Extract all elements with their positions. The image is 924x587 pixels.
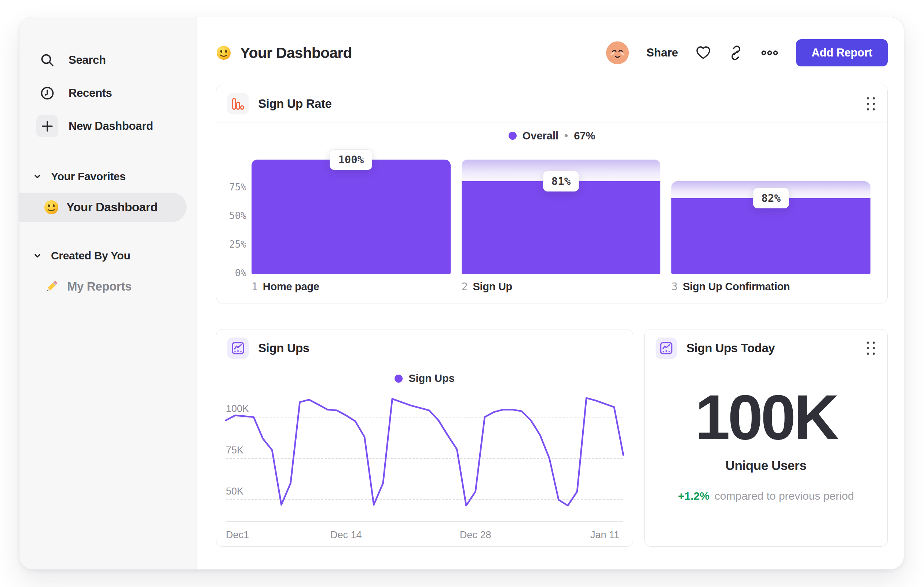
funnel-step-name: Home page	[263, 281, 319, 293]
sign-up-rate-card: Sign Up Rate Overall • 67% 75%50%25%0% 1…	[216, 85, 888, 303]
sidebar-item-label: New Dashboard	[69, 120, 153, 133]
sidebar-item-your-dashboard[interactable]: Your Dashboard	[20, 193, 186, 222]
card-title: Sign Up Rate	[258, 97, 332, 111]
funnel-y-tick: 75%	[229, 182, 246, 193]
slightly-smiling-face-emoji-icon	[44, 200, 59, 215]
search-icon	[36, 49, 58, 71]
funnel-bar-fill	[672, 198, 870, 274]
funnel-bar-tooltip: 81%	[543, 171, 579, 192]
sidebar-item-new-dashboard[interactable]: New Dashboard	[20, 110, 196, 143]
funnel-step-label: 1Home page	[252, 281, 450, 293]
funnel-bar-tooltip: 100%	[330, 149, 372, 170]
section-title: Created By You	[51, 250, 130, 262]
funnel-bar-fill	[462, 181, 661, 274]
metric-label: Unique Users	[726, 458, 807, 473]
funnel-y-tick: 50%	[229, 210, 246, 221]
delta-value: +1.2%	[678, 490, 710, 502]
metric-value: 100K	[695, 385, 837, 449]
funnel-bar-tooltip: 82%	[753, 188, 789, 208]
dashboard-header: Your Dashboard Share	[216, 37, 888, 69]
line-chart-icon	[227, 337, 249, 359]
line-chart-icon	[656, 337, 677, 359]
funnel-bar-fill	[252, 160, 450, 274]
sidebar-section-created-by-you: Created By You My Reports	[20, 245, 196, 301]
chevron-down-icon	[33, 252, 41, 260]
funnel-step-label: 3Sign Up Confirmation	[672, 281, 870, 293]
funnel-legend: Overall • 67%	[216, 123, 887, 149]
chevron-down-icon	[33, 172, 41, 180]
funnel-step-name: Sign Up	[473, 281, 512, 293]
line-x-tick: Jan 11	[590, 529, 619, 541]
sidebar: Search Recents New Dashboard Your Favori…	[20, 17, 196, 569]
funnel-bar-sign-up[interactable]: 81%	[462, 160, 661, 274]
copy-link-icon[interactable]	[729, 45, 743, 60]
app-window: Search Recents New Dashboard Your Favori…	[19, 17, 904, 570]
user-avatar[interactable]	[606, 41, 629, 64]
sidebar-item-search[interactable]: Search	[20, 44, 196, 77]
section-title: Your Favorites	[51, 170, 126, 183]
funnel-chart: 75%50%25%0% 100%81%82%	[216, 149, 887, 274]
funnel-chart-icon	[227, 93, 249, 114]
slightly-smiling-face-emoji-icon	[216, 45, 231, 61]
sidebar-item-label: My Reports	[67, 279, 132, 293]
funnel-bars: 100%81%82%	[252, 160, 870, 274]
favorite-heart-icon[interactable]	[696, 45, 711, 60]
funnel-bar-home-page[interactable]: 100%	[252, 160, 450, 274]
drag-handle-icon[interactable]	[867, 97, 875, 111]
page-title: Your Dashboard	[240, 45, 352, 62]
delta-note: compared to previous period	[714, 490, 854, 502]
legend-dot	[508, 132, 516, 140]
line-plot-area[interactable]: 100K75K50K	[226, 392, 623, 521]
sign-ups-series-line	[226, 398, 623, 506]
legend-value: 67%	[574, 130, 595, 142]
funnel-step-number: 1	[252, 281, 258, 293]
sign-ups-card: Sign Ups Sign Ups 100K75K50K Dec1Dec 14D…	[216, 329, 633, 547]
line-x-tick: Dec 28	[460, 529, 491, 541]
funnel-y-tick: 25%	[229, 239, 246, 250]
created-by-you-header[interactable]: Created By You	[20, 245, 196, 267]
legend-label: Overall	[523, 130, 558, 142]
pencil-emoji-icon	[44, 278, 60, 294]
sidebar-item-recents[interactable]: Recents	[20, 77, 196, 110]
line-legend: Sign Ups	[216, 367, 633, 390]
clock-icon	[36, 82, 58, 104]
funnel-step-name: Sign Up Confirmation	[683, 281, 790, 293]
metric-body: 100K Unique Users +1.2% compared to prev…	[645, 367, 887, 546]
funnel-x-labels: 1Home page2Sign Up3Sign Up Confirmation	[216, 274, 887, 303]
add-report-button[interactable]: Add Report	[796, 39, 888, 66]
line-chart: 100K75K50K Dec1Dec 14Dec 28Jan 11	[216, 390, 633, 546]
legend-separator: •	[564, 130, 568, 142]
your-favorites-header[interactable]: Your Favorites	[20, 165, 196, 187]
line-x-tick: Dec1	[226, 529, 249, 541]
plus-icon	[36, 115, 58, 137]
title-group: Your Dashboard	[216, 45, 352, 62]
sidebar-item-my-reports[interactable]: My Reports	[20, 272, 186, 301]
card-title: Sign Ups	[258, 341, 309, 355]
sidebar-item-label: Recents	[69, 87, 112, 100]
drag-handle-icon[interactable]	[867, 342, 875, 355]
sign-ups-header: Sign Ups	[216, 329, 633, 367]
sign-ups-today-header: Sign Ups Today	[645, 329, 887, 367]
sidebar-item-label: Search	[69, 54, 106, 67]
header-controls: Share A	[606, 39, 888, 66]
line-x-axis: Dec1Dec 14Dec 28Jan 11	[226, 521, 623, 546]
dashboard-row-2: Sign Ups Sign Ups 100K75K50K Dec1Dec 14D…	[216, 329, 888, 547]
sidebar-item-label: Your Dashboard	[66, 200, 158, 214]
sign-ups-today-card: Sign Ups Today 100K Unique Users +1.2% c…	[644, 329, 888, 547]
funnel-step-number: 2	[462, 281, 468, 293]
share-button[interactable]: Share	[647, 46, 678, 60]
sign-up-rate-header: Sign Up Rate	[216, 85, 887, 123]
funnel-step-number: 3	[672, 281, 678, 293]
funnel-y-tick: 0%	[235, 268, 246, 278]
legend-dot	[394, 375, 403, 383]
metric-delta: +1.2% compared to previous period	[678, 490, 854, 502]
main-content: Your Dashboard Share	[196, 17, 904, 569]
card-title: Sign Ups Today	[686, 341, 775, 355]
sidebar-section-your-favorites: Your Favorites Your Dashboard	[20, 165, 196, 222]
funnel-y-axis: 75%50%25%0%	[223, 160, 246, 274]
funnel-step-label: 2Sign Up	[462, 281, 661, 293]
legend-label: Sign Ups	[408, 372, 455, 384]
line-x-tick: Dec 14	[330, 529, 362, 541]
funnel-bar-sign-up-confirmation[interactable]: 82%	[672, 160, 870, 274]
more-options-icon[interactable]	[761, 49, 779, 56]
